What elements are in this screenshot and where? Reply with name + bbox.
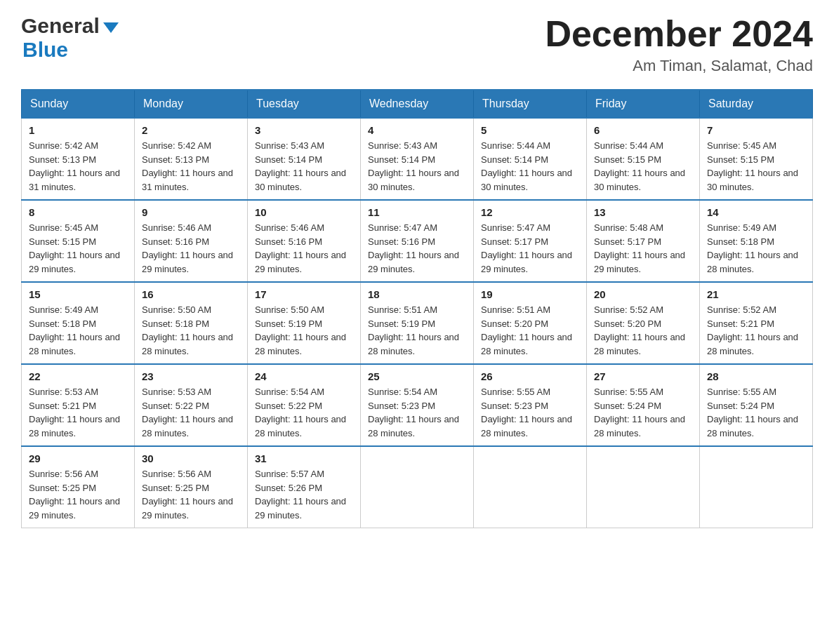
day-number: 22 (29, 370, 127, 382)
day-number: 3 (255, 124, 353, 136)
logo: General Blue (21, 14, 119, 62)
location-subtitle: Am Timan, Salamat, Chad (545, 57, 813, 75)
month-year-title: December 2024 (545, 14, 813, 54)
calendar-cell: 31Sunrise: 5:57 AMSunset: 5:26 PMDayligh… (248, 446, 361, 528)
day-number: 2 (142, 124, 240, 136)
col-header-monday: Monday (135, 90, 248, 118)
day-info: Sunrise: 5:54 AMSunset: 5:23 PMDaylight:… (368, 385, 466, 440)
col-header-friday: Friday (587, 90, 700, 118)
logo-general-text: General (21, 14, 100, 38)
day-number: 1 (29, 124, 127, 136)
calendar-week-row: 22Sunrise: 5:53 AMSunset: 5:21 PMDayligh… (22, 364, 813, 446)
day-info: Sunrise: 5:55 AMSunset: 5:24 PMDaylight:… (707, 385, 805, 440)
calendar-cell: 27Sunrise: 5:55 AMSunset: 5:24 PMDayligh… (587, 364, 700, 446)
calendar-week-row: 1Sunrise: 5:42 AMSunset: 5:13 PMDaylight… (22, 118, 813, 200)
calendar-cell: 17Sunrise: 5:50 AMSunset: 5:19 PMDayligh… (248, 282, 361, 364)
calendar-cell: 19Sunrise: 5:51 AMSunset: 5:20 PMDayligh… (474, 282, 587, 364)
col-header-saturday: Saturday (700, 90, 813, 118)
day-info: Sunrise: 5:45 AMSunset: 5:15 PMDaylight:… (29, 221, 127, 276)
day-info: Sunrise: 5:49 AMSunset: 5:18 PMDaylight:… (29, 303, 127, 358)
day-info: Sunrise: 5:50 AMSunset: 5:19 PMDaylight:… (255, 303, 353, 358)
day-info: Sunrise: 5:43 AMSunset: 5:14 PMDaylight:… (368, 139, 466, 194)
day-info: Sunrise: 5:52 AMSunset: 5:20 PMDaylight:… (594, 303, 692, 358)
day-number: 19 (481, 288, 579, 300)
day-info: Sunrise: 5:47 AMSunset: 5:17 PMDaylight:… (481, 221, 579, 276)
calendar-cell: 29Sunrise: 5:56 AMSunset: 5:25 PMDayligh… (22, 446, 135, 528)
calendar-cell: 2Sunrise: 5:42 AMSunset: 5:13 PMDaylight… (135, 118, 248, 200)
calendar-cell: 30Sunrise: 5:56 AMSunset: 5:25 PMDayligh… (135, 446, 248, 528)
day-info: Sunrise: 5:54 AMSunset: 5:22 PMDaylight:… (255, 385, 353, 440)
day-info: Sunrise: 5:42 AMSunset: 5:13 PMDaylight:… (142, 139, 240, 194)
day-info: Sunrise: 5:43 AMSunset: 5:14 PMDaylight:… (255, 139, 353, 194)
day-info: Sunrise: 5:56 AMSunset: 5:25 PMDaylight:… (29, 467, 127, 522)
day-info: Sunrise: 5:53 AMSunset: 5:22 PMDaylight:… (142, 385, 240, 440)
page-header: General Blue December 2024 Am Timan, Sal… (21, 14, 813, 75)
day-number: 20 (594, 288, 692, 300)
calendar-cell: 18Sunrise: 5:51 AMSunset: 5:19 PMDayligh… (361, 282, 474, 364)
calendar-cell: 6Sunrise: 5:44 AMSunset: 5:15 PMDaylight… (587, 118, 700, 200)
title-section: December 2024 Am Timan, Salamat, Chad (545, 14, 813, 75)
calendar-cell: 20Sunrise: 5:52 AMSunset: 5:20 PMDayligh… (587, 282, 700, 364)
day-info: Sunrise: 5:57 AMSunset: 5:26 PMDaylight:… (255, 467, 353, 522)
day-info: Sunrise: 5:55 AMSunset: 5:24 PMDaylight:… (594, 385, 692, 440)
calendar-cell: 9Sunrise: 5:46 AMSunset: 5:16 PMDaylight… (135, 200, 248, 282)
day-number: 18 (368, 288, 466, 300)
calendar-week-row: 29Sunrise: 5:56 AMSunset: 5:25 PMDayligh… (22, 446, 813, 528)
day-info: Sunrise: 5:46 AMSunset: 5:16 PMDaylight:… (142, 221, 240, 276)
day-info: Sunrise: 5:51 AMSunset: 5:19 PMDaylight:… (368, 303, 466, 358)
calendar-cell: 13Sunrise: 5:48 AMSunset: 5:17 PMDayligh… (587, 200, 700, 282)
day-number: 11 (368, 206, 466, 218)
day-number: 7 (707, 124, 805, 136)
calendar-cell (474, 446, 587, 528)
calendar-cell: 25Sunrise: 5:54 AMSunset: 5:23 PMDayligh… (361, 364, 474, 446)
day-number: 31 (255, 452, 353, 464)
day-info: Sunrise: 5:42 AMSunset: 5:13 PMDaylight:… (29, 139, 127, 194)
calendar-cell: 8Sunrise: 5:45 AMSunset: 5:15 PMDaylight… (22, 200, 135, 282)
day-number: 17 (255, 288, 353, 300)
calendar-cell: 22Sunrise: 5:53 AMSunset: 5:21 PMDayligh… (22, 364, 135, 446)
day-info: Sunrise: 5:44 AMSunset: 5:15 PMDaylight:… (594, 139, 692, 194)
calendar-table: SundayMondayTuesdayWednesdayThursdayFrid… (21, 89, 813, 528)
day-number: 29 (29, 452, 127, 464)
col-header-sunday: Sunday (22, 90, 135, 118)
calendar-week-row: 8Sunrise: 5:45 AMSunset: 5:15 PMDaylight… (22, 200, 813, 282)
day-number: 12 (481, 206, 579, 218)
col-header-wednesday: Wednesday (361, 90, 474, 118)
day-number: 16 (142, 288, 240, 300)
calendar-cell: 15Sunrise: 5:49 AMSunset: 5:18 PMDayligh… (22, 282, 135, 364)
calendar-cell (587, 446, 700, 528)
calendar-cell: 10Sunrise: 5:46 AMSunset: 5:16 PMDayligh… (248, 200, 361, 282)
day-number: 28 (707, 370, 805, 382)
day-info: Sunrise: 5:55 AMSunset: 5:23 PMDaylight:… (481, 385, 579, 440)
calendar-cell (700, 446, 813, 528)
day-number: 24 (255, 370, 353, 382)
day-number: 14 (707, 206, 805, 218)
day-number: 27 (594, 370, 692, 382)
day-number: 4 (368, 124, 466, 136)
logo-blue-text: Blue (22, 38, 68, 61)
day-number: 10 (255, 206, 353, 218)
day-info: Sunrise: 5:51 AMSunset: 5:20 PMDaylight:… (481, 303, 579, 358)
day-number: 23 (142, 370, 240, 382)
day-number: 21 (707, 288, 805, 300)
calendar-cell: 24Sunrise: 5:54 AMSunset: 5:22 PMDayligh… (248, 364, 361, 446)
calendar-cell: 3Sunrise: 5:43 AMSunset: 5:14 PMDaylight… (248, 118, 361, 200)
calendar-cell: 21Sunrise: 5:52 AMSunset: 5:21 PMDayligh… (700, 282, 813, 364)
calendar-cell: 11Sunrise: 5:47 AMSunset: 5:16 PMDayligh… (361, 200, 474, 282)
calendar-cell: 12Sunrise: 5:47 AMSunset: 5:17 PMDayligh… (474, 200, 587, 282)
day-number: 15 (29, 288, 127, 300)
day-info: Sunrise: 5:45 AMSunset: 5:15 PMDaylight:… (707, 139, 805, 194)
calendar-cell (361, 446, 474, 528)
col-header-tuesday: Tuesday (248, 90, 361, 118)
day-number: 30 (142, 452, 240, 464)
day-info: Sunrise: 5:47 AMSunset: 5:16 PMDaylight:… (368, 221, 466, 276)
day-info: Sunrise: 5:48 AMSunset: 5:17 PMDaylight:… (594, 221, 692, 276)
calendar-cell: 23Sunrise: 5:53 AMSunset: 5:22 PMDayligh… (135, 364, 248, 446)
day-number: 13 (594, 206, 692, 218)
calendar-cell: 16Sunrise: 5:50 AMSunset: 5:18 PMDayligh… (135, 282, 248, 364)
day-number: 6 (594, 124, 692, 136)
calendar-cell: 5Sunrise: 5:44 AMSunset: 5:14 PMDaylight… (474, 118, 587, 200)
day-info: Sunrise: 5:46 AMSunset: 5:16 PMDaylight:… (255, 221, 353, 276)
calendar-week-row: 15Sunrise: 5:49 AMSunset: 5:18 PMDayligh… (22, 282, 813, 364)
calendar-cell: 7Sunrise: 5:45 AMSunset: 5:15 PMDaylight… (700, 118, 813, 200)
